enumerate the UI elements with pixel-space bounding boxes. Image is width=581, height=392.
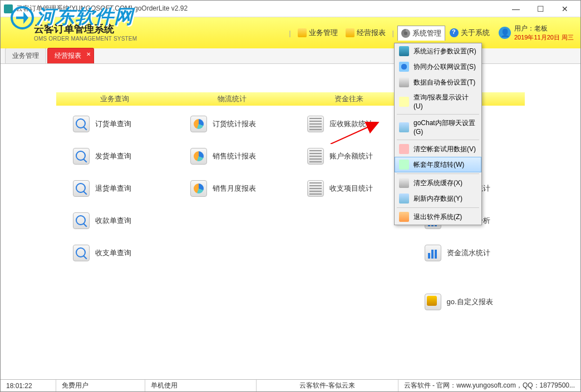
status-time: 18:01:22 [1, 380, 56, 391]
item-balance-stat[interactable]: 账户余额统计 [290, 148, 408, 165]
bar-icon [425, 245, 441, 261]
user-label: 用户：老板 [514, 24, 574, 33]
brand-bar: 云客订单管理系统 OMS ORDER MANAGEMENT SYSTEM | 业… [1, 17, 580, 48]
gear-icon [401, 29, 410, 38]
status-user-type: 免费用户 [56, 380, 145, 391]
colhdr-1: 业务查询 [56, 94, 174, 104]
report-icon [307, 116, 324, 132]
pie-icon [190, 148, 207, 165]
search-icon [73, 116, 90, 132]
window-title: 云客订单管理系统[YUNGOSOFT.COM] goOrderLite v2.9… [16, 4, 188, 13]
exit-icon [399, 212, 409, 222]
search-icon [73, 148, 90, 165]
item-return-query[interactable]: 退货单查询 [56, 180, 174, 197]
tab-report[interactable]: 经营报表✕ [47, 48, 94, 63]
search-icon [73, 212, 90, 229]
cache-icon [399, 178, 409, 188]
dropdown-separator [397, 114, 479, 115]
item-ship-query[interactable]: 发货单查询 [56, 148, 174, 165]
colhdr-2: 物流统计 [174, 94, 291, 104]
clear-icon [399, 144, 409, 154]
dd-report-design[interactable]: 查询/报表显示设计(U) [395, 90, 481, 113]
tab-biz[interactable]: 业务管理 [5, 48, 46, 63]
report-icon [307, 180, 324, 197]
backup-icon [399, 77, 409, 87]
pie-icon [190, 116, 207, 132]
globe-icon [399, 62, 409, 72]
dd-backup-settings[interactable]: 数据自动备份设置(T) [395, 75, 481, 90]
item-custom-report[interactable]: go.自定义报表 [408, 294, 525, 310]
tab-strip: 业务管理 经营报表✕ [1, 48, 580, 64]
menu-biz[interactable]: 业务管理 [294, 26, 341, 40]
minimize-button[interactable]: — [504, 1, 528, 17]
custom-icon [425, 294, 441, 310]
maximize-button[interactable]: ☐ [528, 1, 553, 17]
search-icon [73, 180, 90, 197]
dd-clear-cache[interactable]: 清空系统缓存(X) [395, 175, 481, 191]
refresh-icon [399, 193, 409, 204]
menu-about[interactable]: 关于系统 [446, 26, 493, 40]
user-date: 2019年11月20日 周三 [514, 33, 574, 41]
report-icon [307, 148, 324, 165]
status-bar: 18:01:22 免费用户 单机使用 云客软件-客似云来 云客软件 - 官网：w… [1, 379, 580, 391]
item-sales-month-report[interactable]: 销售月度报表 [174, 180, 291, 197]
item-inout-stat[interactable]: 收支项目统计 [290, 180, 408, 197]
app-icon [4, 4, 13, 13]
dropdown-separator [397, 173, 479, 174]
close-button[interactable]: ✕ [553, 1, 577, 17]
dropdown-separator [397, 207, 479, 208]
dd-runtime-params[interactable]: 系统运行参数设置(R) [395, 43, 481, 59]
menu-system[interactable]: 系统管理 [397, 26, 445, 41]
design-icon [399, 97, 409, 107]
help-icon [450, 28, 459, 37]
item-cashflow-stat[interactable]: 资金流水统计 [408, 245, 525, 261]
main-content: 业务查询 物流统计 资金往来 订货单查询 订货统计报表 应收账款统计 板 发货单… [1, 64, 580, 379]
avatar-icon: 👤 [499, 27, 511, 39]
dd-year-carryover[interactable]: 帐套年度结转(W) [395, 157, 481, 172]
menu-report[interactable]: 经营报表 [342, 26, 389, 40]
carryover-icon [399, 160, 409, 170]
brand-title-cn: 云客订单管理系统 [34, 23, 137, 36]
status-mode: 单机使用 [145, 380, 257, 391]
folder-icon [346, 28, 354, 37]
dd-refresh-memory[interactable]: 刷新内存数据(Y) [395, 191, 481, 206]
search-icon [73, 245, 90, 261]
brand-title-en: OMS ORDER MANAGEMENT SYSTEM [34, 36, 137, 42]
tab-close-icon[interactable]: ✕ [86, 51, 91, 57]
colhdr-3: 资金往来 [290, 94, 408, 104]
pie-icon [190, 180, 207, 197]
item-receipt-query[interactable]: 收款单查询 [56, 212, 174, 229]
titlebar: 云客订单管理系统[YUNGOSOFT.COM] goOrderLite v2.9… [1, 1, 580, 17]
folder-icon [298, 28, 307, 37]
item-order-query[interactable]: 订货单查询 [56, 116, 174, 132]
item-sales-stat-report[interactable]: 销售统计报表 [174, 148, 291, 165]
chat-icon [399, 122, 409, 132]
status-center: 云客软件-客似云来 [257, 380, 398, 391]
dd-gochat-settings[interactable]: goChat内部聊天设置(G) [395, 116, 481, 138]
dd-network-settings[interactable]: 协同办公联网设置(S) [395, 59, 481, 75]
settings-icon [399, 46, 409, 56]
item-receivable-stat[interactable]: 应收账款统计 [290, 116, 408, 132]
user-info: 👤 用户：老板 2019年11月20日 周三 [499, 24, 574, 41]
status-right: 云客软件 - 官网：www.yungosoft.com，QQ：18779500.… [398, 380, 580, 391]
item-order-stat-report[interactable]: 订货统计报表 [174, 116, 291, 132]
dropdown-separator [397, 140, 479, 140]
dd-exit[interactable]: 退出软件系统(Z) [395, 209, 481, 225]
system-dropdown: 系统运行参数设置(R) 协同办公联网设置(S) 数据自动备份设置(T) 查询/报… [394, 43, 482, 225]
item-inout-query[interactable]: 收支单查询 [56, 245, 174, 261]
dd-clear-trial-data[interactable]: 清空帐套试用数据(V) [395, 141, 481, 157]
